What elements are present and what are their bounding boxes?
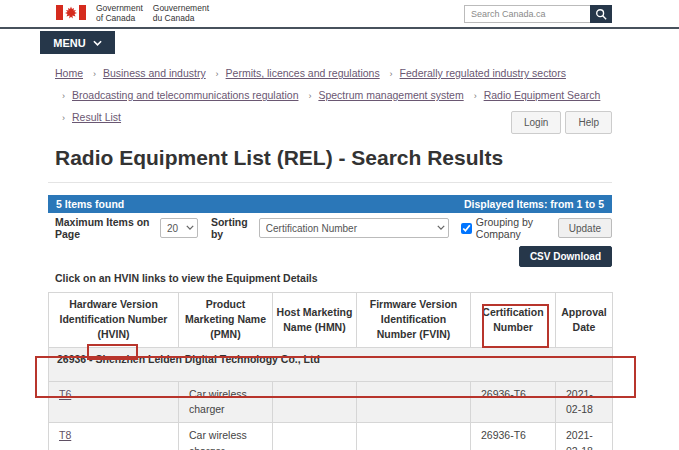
title-divider bbox=[48, 182, 612, 183]
max-items-label: Maximum Items on Page bbox=[55, 216, 154, 240]
gov-fr-wordmark: Gouvernement du Canada bbox=[153, 3, 209, 23]
col-header-certification: Certification Number bbox=[471, 293, 556, 348]
menu-label: MENU bbox=[53, 37, 85, 49]
col-header-hmn: Host Marketing Name (HMN) bbox=[273, 293, 357, 348]
displayed-items-text: Displayed Items: from 1 to 5 bbox=[464, 198, 604, 210]
hvin-link[interactable]: T6 bbox=[59, 388, 71, 400]
breadcrumb-separator: › bbox=[308, 91, 311, 101]
table-header-row: Hardware Version Identification Number (… bbox=[49, 293, 613, 348]
results-table: 26936 - Shenzhen Leiden Digital Technolo… bbox=[48, 292, 613, 450]
menu-button[interactable]: MENU bbox=[40, 31, 115, 54]
col-header-hvin: Hardware Version Identification Number (… bbox=[49, 293, 179, 348]
breadcrumb-separator: › bbox=[62, 91, 65, 101]
breadcrumb-separator: › bbox=[474, 91, 477, 101]
breadcrumb-link-broadcasting[interactable]: Broadcasting and telecommunications regu… bbox=[72, 89, 298, 101]
results-table-wrap: 26936 - Shenzhen Leiden Digital Technolo… bbox=[48, 292, 612, 450]
grouping-checkbox[interactable] bbox=[461, 223, 472, 234]
site-search bbox=[464, 5, 612, 23]
page-title: Radio Equipment List (REL) - Search Resu… bbox=[55, 146, 503, 170]
certification-cell: 26936-T6 bbox=[471, 423, 556, 450]
hmn-cell bbox=[273, 423, 357, 450]
pmn-cell: Car wireless charger bbox=[179, 381, 273, 423]
sorting-select[interactable]: Certification Number bbox=[259, 218, 449, 238]
update-button[interactable]: Update bbox=[558, 218, 612, 238]
rel-search-results-page: Government of Canada Gouvernement du Can… bbox=[0, 0, 679, 450]
breadcrumb-link-home[interactable]: Home bbox=[55, 67, 83, 79]
results-controls: Maximum Items on Page 20 Sorting by Cert… bbox=[48, 217, 612, 239]
login-button[interactable]: Login bbox=[511, 111, 561, 134]
search-icon bbox=[595, 8, 607, 20]
col-header-pmn: Product Marketing Name (PMN) bbox=[179, 293, 273, 348]
hvin-hint-text: Click on an HVIN links to view the Equip… bbox=[55, 272, 318, 284]
canada-flag-icon bbox=[56, 5, 86, 20]
company-group-header: 26936 - Shenzhen Leiden Digital Technolo… bbox=[49, 347, 613, 381]
search-button[interactable] bbox=[590, 5, 612, 23]
canada-wordmark: Government of Canada Gouvernement du Can… bbox=[56, 3, 209, 23]
sorting-by-label: Sorting by bbox=[211, 216, 253, 240]
approval-date-cell: 2021-02-18 bbox=[556, 423, 613, 450]
gov-header: Government of Canada Gouvernement du Can… bbox=[0, 0, 679, 29]
breadcrumb-separator: › bbox=[216, 69, 219, 79]
col-header-approval-date: Approval Date bbox=[556, 293, 613, 348]
breadcrumb-link-radio-search[interactable]: Radio Equipment Search bbox=[484, 89, 601, 101]
pmn-cell: Car wireless charger bbox=[179, 423, 273, 450]
table-row: T8 Car wireless charger 26936-T6 2021-02… bbox=[49, 423, 613, 450]
max-items-select[interactable]: 20 bbox=[160, 218, 198, 238]
breadcrumb-link-business[interactable]: Business and industry bbox=[103, 67, 206, 79]
grouping-label: Grouping by Company bbox=[476, 216, 558, 240]
breadcrumb-link-sectors[interactable]: Federally regulated industry sectors bbox=[400, 67, 566, 79]
search-input[interactable] bbox=[464, 5, 590, 23]
approval-date-cell: 2021-02-18 bbox=[556, 381, 613, 423]
breadcrumb-link-permits[interactable]: Permits, licences and regulations bbox=[226, 67, 380, 79]
auth-buttons: Login Help bbox=[48, 111, 612, 134]
results-bar: 5 Items found Displayed Items: from 1 to… bbox=[48, 195, 612, 213]
chevron-down-icon bbox=[93, 40, 102, 46]
csv-download-button[interactable]: CSV Download bbox=[519, 246, 612, 267]
breadcrumb-separator: › bbox=[93, 69, 96, 79]
col-header-fvin: Firmware Version Identification Number (… bbox=[357, 293, 471, 348]
breadcrumb-separator: › bbox=[390, 69, 393, 79]
items-found-text: 5 Items found bbox=[56, 198, 124, 210]
breadcrumb-link-spectrum[interactable]: Spectrum management system bbox=[318, 89, 463, 101]
table-row: T6 Car wireless charger 26936-T6 2021-02… bbox=[49, 381, 613, 423]
csv-row: CSV Download bbox=[48, 246, 612, 267]
hvin-link[interactable]: T8 bbox=[59, 429, 71, 441]
hmn-cell bbox=[273, 381, 357, 423]
fvin-cell bbox=[357, 381, 471, 423]
fvin-cell bbox=[357, 423, 471, 450]
certification-cell: 26936-T6 bbox=[471, 381, 556, 423]
help-button[interactable]: Help bbox=[565, 111, 612, 134]
gov-en-wordmark: Government of Canada bbox=[96, 3, 143, 23]
